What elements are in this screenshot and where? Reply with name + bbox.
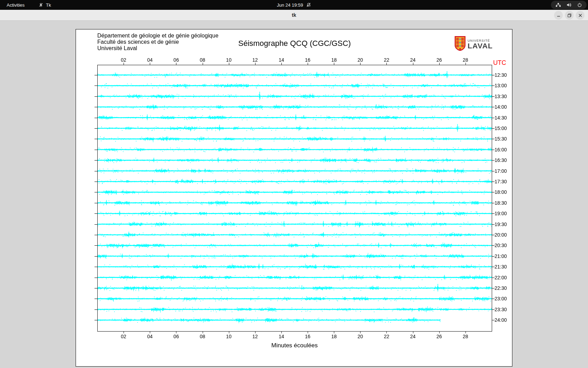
institution-line-1: Département de géologie et de génie géol… [97, 33, 218, 39]
x-tick-label-bottom: 18 [331, 334, 337, 339]
utc-time-label: 17:00 [495, 169, 507, 173]
power-icon [577, 2, 582, 7]
x-tick-label-top: 28 [463, 57, 468, 62]
utc-time-label: 18:00 [495, 190, 507, 195]
x-tick-label-bottom: 28 [463, 334, 468, 339]
utc-time-label: 19:30 [495, 222, 507, 227]
utc-time-label: 13:00 [495, 83, 507, 88]
utc-time-label: 16:00 [495, 147, 507, 152]
x-tick-label-top: 24 [410, 57, 416, 62]
gnome-top-bar: Activities Tk Jun 24 19:59 [0, 0, 588, 10]
utc-time-label: 24:00 [495, 318, 507, 322]
minimize-button[interactable] [554, 11, 563, 20]
universite-laval-logo: UNIVERSITÉ LAVAL [455, 36, 493, 52]
x-tick-label-bottom: 04 [147, 334, 153, 339]
window-title: tk [0, 10, 588, 21]
x-tick-label-bottom: 26 [436, 334, 442, 339]
utc-time-label: 21:00 [495, 254, 507, 259]
utc-time-label: 20:00 [495, 232, 507, 237]
utc-time-label: 23:00 [495, 296, 507, 301]
utc-time-label: 23:30 [495, 307, 507, 312]
focused-app-menu[interactable]: Tk [35, 0, 54, 10]
x-tick-label-bottom: 08 [200, 334, 205, 339]
utc-time-label: 17:30 [495, 179, 507, 184]
x-tick-label-bottom: 02 [121, 334, 126, 339]
close-button[interactable] [576, 11, 584, 20]
utc-time-label: 20:30 [495, 243, 507, 248]
utc-time-label: 14:30 [495, 115, 507, 120]
utc-time-label: 15:30 [495, 136, 507, 141]
utc-time-label: 12:30 [495, 73, 507, 77]
utc-time-label: 19:00 [495, 211, 507, 216]
volume-icon [566, 2, 572, 7]
tk-window-background: Département de géologie et de génie géol… [0, 21, 588, 368]
x-tick-label-bottom: 14 [279, 334, 284, 339]
helicorder-plot [76, 29, 512, 366]
tk-icon [38, 2, 43, 7]
x-tick-label-top: 06 [174, 57, 179, 62]
utc-time-label: 13:30 [495, 94, 507, 99]
x-tick-label-bottom: 12 [252, 334, 258, 339]
x-tick-label-top: 08 [200, 57, 205, 62]
system-status-menu[interactable] [551, 1, 587, 9]
x-tick-label-top: 12 [252, 57, 258, 62]
clock-label: Jun 24 19:59 [277, 2, 303, 8]
x-tick-label-bottom: 10 [226, 334, 232, 339]
window-titlebar[interactable]: tk [0, 10, 588, 21]
wired-network-icon [555, 2, 561, 7]
x-tick-label-top: 14 [279, 57, 284, 62]
focused-app-label: Tk [46, 2, 51, 8]
utc-axis-label: UTC [493, 59, 506, 67]
x-axis-title: Minutes écoulées [97, 342, 492, 349]
x-tick-label-bottom: 20 [358, 334, 363, 339]
laval-logo-text: UNIVERSITÉ LAVAL [468, 39, 493, 49]
x-tick-label-bottom: 16 [305, 334, 310, 339]
seismograph-canvas: Département de géologie et de génie géol… [76, 29, 512, 367]
utc-time-label: 18:30 [495, 200, 507, 205]
utc-time-label: 21:30 [495, 264, 507, 269]
x-tick-label-top: 18 [331, 57, 337, 62]
x-tick-label-bottom: 24 [410, 334, 416, 339]
utc-time-label: 14:00 [495, 104, 507, 109]
laval-shield-icon [455, 36, 465, 52]
bell-slash-icon [306, 2, 311, 7]
laval-logo-line2: LAVAL [468, 42, 493, 49]
x-tick-label-top: 02 [121, 57, 126, 62]
activities-button[interactable]: Activities [4, 0, 28, 10]
x-tick-label-top: 20 [358, 57, 363, 62]
x-tick-label-top: 16 [305, 57, 310, 62]
utc-time-label: 22:00 [495, 275, 507, 280]
utc-time-label: 22:30 [495, 286, 507, 291]
x-tick-label-top: 10 [226, 57, 232, 62]
clock-button[interactable]: Jun 24 19:59 [277, 0, 311, 10]
x-tick-label-bottom: 06 [174, 334, 179, 339]
x-tick-label-top: 22 [384, 57, 390, 62]
x-tick-label-top: 04 [147, 57, 153, 62]
x-tick-label-bottom: 22 [384, 334, 390, 339]
x-tick-label-top: 26 [436, 57, 442, 62]
chart-title: Séismographe QCQ (CGC/GSC) [97, 39, 492, 48]
activities-label: Activities [7, 2, 24, 8]
utc-time-label: 16:30 [495, 158, 507, 163]
utc-time-label: 15:00 [495, 126, 507, 131]
maximize-button[interactable] [565, 11, 574, 20]
